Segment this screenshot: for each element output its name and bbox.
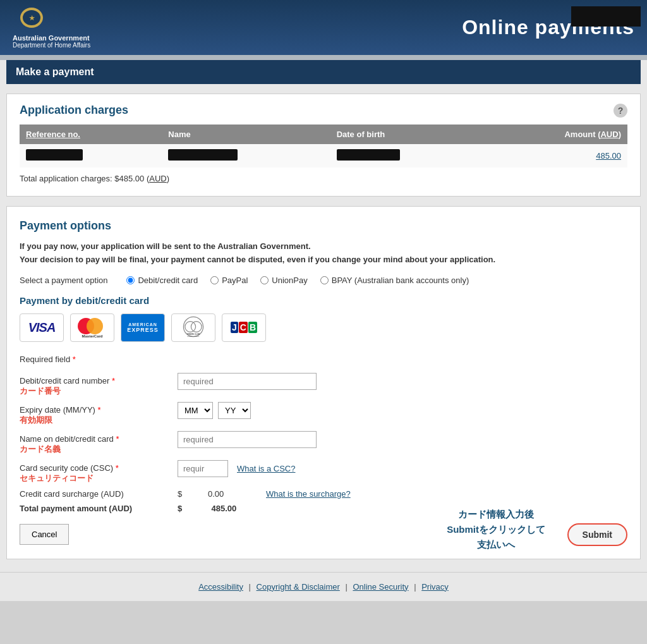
jp-instruction: カード情報入力後Submitをクリックして支払いへ: [447, 507, 545, 552]
col-reference: Reference no.: [20, 125, 162, 144]
total-payment-label: Total payment amount (AUD): [20, 504, 171, 513]
radio-bpay[interactable]: [320, 276, 329, 284]
section-title: Make a payment: [6, 60, 641, 84]
application-charges-card: Application charges ? Reference no. Name…: [6, 94, 641, 197]
org-line2: Department of Home Affairs: [13, 42, 90, 49]
svg-text:★: ★: [29, 15, 35, 21]
option-bpay-label: BPAY (Australian bank accounts only): [332, 276, 469, 285]
charges-table: Reference no. Name Date of birth Amount …: [20, 125, 627, 167]
surcharge-amount-col: $ 0.00: [178, 489, 253, 499]
footer-sep-1: |: [249, 582, 253, 592]
help-icon[interactable]: ?: [614, 104, 627, 118]
csc-input[interactable]: [178, 460, 228, 477]
surcharge-value: 0.00: [186, 489, 224, 499]
org-line1: Australian Government: [13, 34, 90, 42]
header: ★ Australian Government Department of Ho…: [0, 0, 647, 55]
expiry-label: Expiry date (MM/YY) * 有効期限: [20, 402, 171, 426]
footer-copyright-link[interactable]: Copyright & Disclaimer: [257, 582, 340, 592]
card-number-input-col: [178, 373, 317, 390]
radio-unionpay[interactable]: [260, 276, 269, 284]
redacted-name: [168, 149, 238, 161]
total-charges-line: Total application charges: $485.00 (AUD): [20, 174, 627, 183]
svg-point-5: [191, 322, 202, 332]
expiry-month-select[interactable]: MM 01020304 05060708 09101112: [178, 402, 213, 419]
footer-accessibility-link[interactable]: Accessibility: [198, 582, 243, 592]
card-number-row: Debit/credit card number * カード番号: [20, 373, 627, 397]
header-redacted-block: [571, 6, 641, 27]
org-name: Australian Government Department of Home…: [13, 34, 90, 49]
mastercard-logo: MasterCard: [70, 313, 114, 342]
card-number-label: Debit/credit card number * カード番号: [20, 373, 171, 397]
total-payment-amount: $ 485.00: [178, 504, 236, 513]
svg-text:DINERS CLUB: DINERS CLUB: [187, 333, 200, 336]
surcharge-row: Credit card surcharge (AUD) $ 0.00 What …: [20, 489, 627, 499]
header-logo: ★ Australian Government Department of Ho…: [13, 6, 90, 49]
diners-icon: DINERS CLUB INTERNATIONAL: [182, 315, 205, 338]
csc-link[interactable]: What is a CSC?: [237, 464, 295, 473]
radio-debit-credit[interactable]: [126, 276, 135, 284]
option-bpay[interactable]: BPAY (Australian bank accounts only): [320, 276, 469, 285]
expiry-row: Expiry date (MM/YY) * 有効期限 MM 01020304 0…: [20, 402, 627, 426]
option-unionpay[interactable]: UnionPay: [260, 276, 307, 285]
cell-reference: [20, 144, 162, 167]
name-on-card-row: Name on debit/credit card * カード名義: [20, 431, 627, 455]
main-container: Make a payment Application charges ? Ref…: [0, 60, 647, 572]
col-name: Name: [162, 125, 330, 144]
card-number-input[interactable]: [178, 373, 317, 390]
cell-amount[interactable]: 485.00: [486, 144, 627, 167]
col-dob: Date of birth: [330, 125, 486, 144]
payment-by-card-title: Payment by debit/credit card: [20, 295, 627, 306]
header-separator: [0, 55, 647, 60]
name-on-card-input-col: [178, 431, 317, 448]
required-field-note: Required field *: [20, 355, 627, 364]
diners-logo: DINERS CLUB INTERNATIONAL: [171, 313, 215, 342]
footer-sep-2: |: [345, 582, 349, 592]
footer-sep-3: |: [414, 582, 418, 592]
footer-security-link[interactable]: Online Security: [353, 582, 408, 592]
amex-logo: AMERICAN EXPRESS: [121, 313, 165, 342]
radio-paypal[interactable]: [210, 276, 219, 284]
option-debit-credit-label: Debit/credit card: [138, 276, 198, 285]
svg-text:INTERNATIONAL: INTERNATIONAL: [187, 336, 200, 337]
payment-select-row: Select a payment option Debit/credit car…: [20, 276, 627, 285]
csc-input-col: What is a CSC?: [178, 460, 295, 477]
cell-dob: [330, 144, 486, 167]
application-charges-title: Application charges: [20, 104, 128, 117]
expiry-input-col: MM 01020304 05060708 09101112 YY 2425262…: [178, 402, 251, 419]
jcb-logo: J C B: [222, 313, 266, 342]
option-paypal-label: PayPal: [222, 276, 248, 285]
footer: Accessibility | Copyright & Disclaimer |…: [0, 572, 647, 601]
card-logos: VISA MasterCard AMERICAN EXPRESS: [20, 313, 627, 342]
redacted-reference: [26, 149, 83, 161]
total-payment-value: 485.00: [186, 504, 236, 513]
payment-options-title: Payment options: [20, 219, 627, 233]
svg-point-4: [185, 322, 196, 332]
option-paypal[interactable]: PayPal: [210, 276, 248, 285]
buttons-row: Cancel カード情報入力後Submitをクリックして支払いへ Submit: [20, 523, 627, 546]
payment-select-label: Select a payment option: [20, 276, 107, 285]
csc-row: Card security code (CSC) * セキュリティコード Wha…: [20, 460, 627, 484]
option-debit-credit[interactable]: Debit/credit card: [126, 276, 198, 285]
footer-privacy-link[interactable]: Privacy: [421, 582, 449, 592]
col-amount: Amount (AUD): [486, 125, 627, 144]
redacted-dob: [337, 149, 400, 161]
payment-options-card: Payment options If you pay now, your app…: [6, 206, 641, 559]
name-on-card-input[interactable]: [178, 431, 317, 448]
surcharge-link[interactable]: What is the surcharge?: [266, 489, 351, 499]
cell-name: [162, 144, 330, 167]
visa-logo: VISA: [20, 313, 64, 342]
payment-warning: If you pay now, your application will be…: [20, 240, 627, 267]
cancel-button[interactable]: Cancel: [20, 524, 69, 545]
name-on-card-label: Name on debit/credit card * カード名義: [20, 431, 171, 455]
expiry-year-select[interactable]: YY 24252627 282930: [218, 402, 251, 419]
table-row: 485.00: [20, 144, 627, 167]
csc-label: Card security code (CSC) * セキュリティコード: [20, 460, 171, 484]
option-unionpay-label: UnionPay: [272, 276, 307, 285]
coat-of-arms-icon: ★: [13, 6, 51, 32]
surcharge-label: Credit card surcharge (AUD): [20, 489, 171, 499]
submit-button[interactable]: Submit: [567, 523, 627, 546]
